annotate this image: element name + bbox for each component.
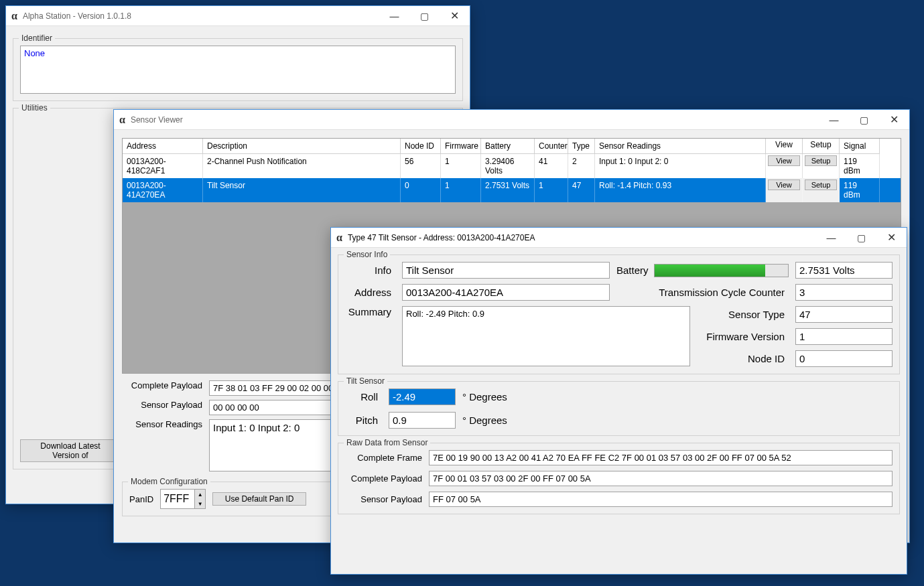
battery-value[interactable]: 2.7531 Volts [795, 262, 893, 279]
table-row[interactable]: 0013A200-41A270EA Tilt Sensor 0 1 2.7531… [123, 178, 901, 202]
roll-label: Roll [345, 391, 382, 402]
titlebar[interactable]: α Type 47 Tilt Sensor - Address: 0013A20… [331, 228, 907, 248]
minimize-button[interactable]: — [819, 110, 849, 130]
col-setup: Setup [803, 139, 840, 154]
nodeid-label: Node ID [616, 353, 789, 364]
col-battery: Battery [481, 139, 535, 154]
address-value[interactable]: 0013A200-41A270EA [402, 284, 610, 301]
col-type: Type [568, 139, 595, 154]
maximize-button[interactable]: ▢ [409, 6, 440, 26]
roll-value[interactable]: -2.49 [389, 388, 456, 405]
type-value[interactable]: 47 [795, 306, 893, 323]
complete-payload-label: Complete Payload [122, 380, 202, 390]
nodeid-value[interactable]: 0 [795, 350, 893, 367]
view-button[interactable]: View [768, 179, 800, 190]
close-button[interactable]: ✕ [876, 228, 907, 248]
close-button[interactable]: ✕ [440, 6, 470, 26]
download-latest-button[interactable]: Download Latest Version of [20, 439, 121, 462]
window-title: Type 47 Tilt Sensor - Address: 0013A200-… [348, 233, 816, 242]
maximize-button[interactable]: ▢ [849, 110, 879, 130]
address-label: Address [345, 287, 395, 298]
panid-spinner[interactable]: ▲▼ [160, 489, 206, 509]
counter-label: Transmission Cycle Counter [616, 287, 789, 298]
firmware-label: Firmware Version [616, 331, 789, 342]
frame-value[interactable]: 7E 00 19 90 00 13 A2 00 41 A2 70 EA FF F… [429, 450, 893, 465]
table-row[interactable]: 0013A200-418C2AF1 2-Channel Push Notific… [123, 154, 901, 178]
use-default-panid-button[interactable]: Use Default Pan ID [212, 492, 306, 506]
raw-data-legend: Raw Data from Sensor [344, 438, 430, 447]
col-counter: Counter [535, 139, 568, 154]
sensor-payload-label: Sensor Payload [345, 494, 422, 504]
info-value[interactable]: Tilt Sensor [402, 262, 610, 279]
col-signal: Signal [840, 139, 880, 154]
table-header: Address Description Node ID Firmware Bat… [123, 139, 901, 154]
firmware-value[interactable]: 1 [795, 328, 893, 345]
battery-fill [655, 265, 766, 277]
pitch-unit: ° Degrees [462, 415, 546, 426]
sensor-info-legend: Sensor Info [344, 250, 390, 259]
alpha-icon: α [119, 114, 125, 126]
spinner-down-icon[interactable]: ▼ [194, 499, 205, 508]
type-label: Sensor Type [616, 309, 789, 320]
payload-label: Complete Payload [345, 473, 422, 484]
window-title: Alpha Station - Version 1.0.1.8 [23, 11, 379, 21]
frame-label: Complete Frame [345, 453, 422, 463]
sensor-payload-label: Sensor Payload [122, 400, 202, 410]
setup-button[interactable]: Setup [805, 179, 837, 190]
spinner-up-icon[interactable]: ▲ [194, 490, 205, 499]
col-node-id: Node ID [401, 139, 441, 154]
col-description: Description [203, 139, 401, 154]
minimize-button[interactable]: — [379, 6, 409, 26]
sensor-info-group: Sensor Info Info Tilt Sensor Battery 2.7… [338, 254, 900, 374]
col-view: View [766, 139, 803, 154]
col-firmware: Firmware [441, 139, 481, 154]
pitch-value[interactable]: 0.9 [389, 412, 456, 429]
tilt-group: Tilt Sensor Roll -2.49 ° Degrees Pitch 0… [338, 381, 900, 436]
col-address: Address [123, 139, 203, 154]
identifier-legend: Identifier [19, 33, 55, 43]
identifier-value[interactable]: None [20, 46, 456, 94]
modem-config-legend: Modem Configuration [128, 477, 210, 486]
sensor-readings-label: Sensor Readings [122, 419, 202, 429]
summary-label: Summary [345, 306, 395, 317]
view-button[interactable]: View [768, 155, 800, 166]
pitch-label: Pitch [345, 415, 382, 426]
tilt-sensor-window: α Type 47 Tilt Sensor - Address: 0013A20… [330, 227, 907, 575]
maximize-button[interactable]: ▢ [846, 228, 876, 248]
tilt-legend: Tilt Sensor [344, 376, 387, 386]
roll-unit: ° Degrees [462, 391, 546, 402]
battery-progress [654, 264, 789, 277]
alpha-icon: α [336, 232, 342, 244]
sensor-payload-value[interactable]: FF 07 00 5A [429, 492, 893, 507]
titlebar[interactable]: α Alpha Station - Version 1.0.1.8 — ▢ ✕ [6, 6, 470, 26]
panid-input[interactable] [161, 490, 194, 508]
setup-button[interactable]: Setup [805, 155, 837, 166]
raw-data-group: Raw Data from Sensor Complete Frame 7E 0… [338, 443, 900, 514]
payload-value[interactable]: 7F 00 01 03 57 03 00 2F 00 FF 07 00 5A [429, 471, 893, 486]
info-label: Info [345, 265, 395, 276]
panid-label: PanID [129, 494, 153, 504]
titlebar[interactable]: α Sensor Viewer — ▢ ✕ [114, 110, 909, 130]
battery-label: Battery [616, 265, 649, 276]
col-readings: Sensor Readings [595, 139, 766, 154]
identifier-group: Identifier None [13, 38, 463, 101]
counter-value[interactable]: 3 [795, 284, 893, 301]
close-button[interactable]: ✕ [879, 110, 909, 130]
alpha-icon: α [11, 10, 17, 22]
window-title: Sensor Viewer [131, 115, 819, 125]
utilities-legend: Utilities [19, 103, 50, 113]
minimize-button[interactable]: — [816, 228, 846, 248]
